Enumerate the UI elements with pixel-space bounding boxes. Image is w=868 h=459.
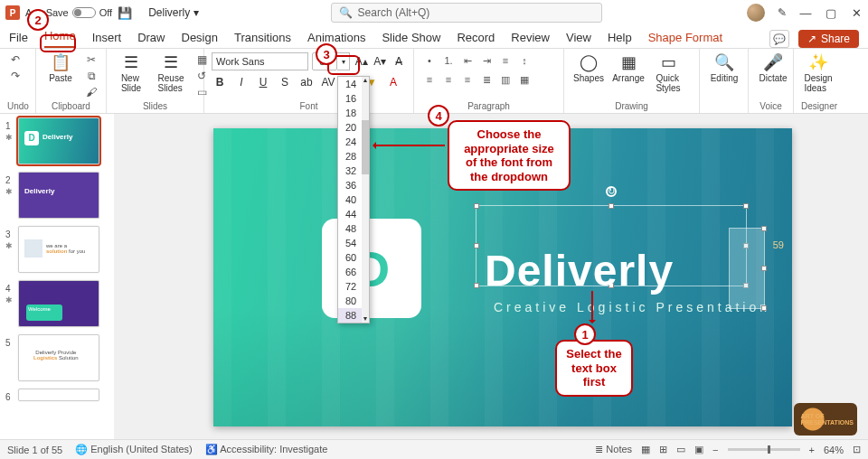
accessibility-indicator[interactable]: ♿ Accessibility: Investigate <box>205 444 328 455</box>
font-size-option[interactable]: 18 <box>338 106 362 120</box>
handle-s[interactable] <box>609 283 614 288</box>
design-ideas-button[interactable]: ✨Design Ideas <box>801 52 835 93</box>
bold-button[interactable]: B <box>212 74 228 90</box>
shape-handle[interactable] <box>761 226 767 231</box>
reuse-slides-button[interactable]: ☰Reuse Slides <box>154 52 188 93</box>
save-icon[interactable]: 💾 <box>118 6 132 20</box>
underline-button[interactable]: U <box>255 74 271 90</box>
autosave-toggle[interactable] <box>72 7 96 18</box>
handle-w[interactable] <box>474 243 479 248</box>
font-size-option[interactable]: 48 <box>338 221 362 236</box>
font-size-option[interactable]: 20 <box>338 120 362 135</box>
tab-view[interactable]: View <box>566 31 591 48</box>
font-size-option[interactable]: 24 <box>338 135 362 149</box>
zoom-slider[interactable] <box>728 448 800 451</box>
tab-design[interactable]: Design <box>182 31 218 48</box>
justify-button[interactable]: ≣ <box>478 71 495 88</box>
handle-nw[interactable] <box>474 203 479 209</box>
thumbnail-3[interactable]: we are asolution for you <box>18 226 99 273</box>
paste-button[interactable]: 📋Paste <box>43 52 78 83</box>
user-avatar[interactable] <box>747 4 765 22</box>
quick-styles-button[interactable]: ▭Quick Styles <box>651 52 685 93</box>
align-center-button[interactable]: ≡ <box>440 71 457 88</box>
font-color-button[interactable]: A <box>385 74 401 90</box>
italic-button[interactable]: I <box>233 74 250 90</box>
close-button[interactable]: ✕ <box>850 6 863 20</box>
shape-handle[interactable] <box>761 305 767 311</box>
document-title[interactable]: Deliverly ▾ <box>148 6 198 19</box>
smartart-button[interactable]: ▦ <box>516 71 533 88</box>
tab-transitions[interactable]: Transitions <box>234 31 291 48</box>
notes-button[interactable]: ≣ Notes <box>595 444 632 455</box>
tab-slideshow[interactable]: Slide Show <box>382 31 440 48</box>
thumbnail-6[interactable] <box>18 389 99 401</box>
font-size-option[interactable]: 14 <box>338 77 362 91</box>
arrange-button[interactable]: ▦Arrange <box>611 52 646 83</box>
font-size-option[interactable]: 72 <box>338 279 362 294</box>
shadow-button[interactable]: ab <box>298 74 315 90</box>
font-size-option[interactable]: 88 <box>338 308 362 323</box>
align-right-button[interactable]: ≡ <box>459 71 476 88</box>
tab-shape-format[interactable]: Shape Format <box>648 31 722 48</box>
font-size-option[interactable]: 60 <box>338 250 362 265</box>
bullets-button[interactable]: • <box>421 52 438 69</box>
handle-n[interactable] <box>609 203 614 209</box>
font-size-option[interactable]: 80 <box>338 294 362 308</box>
tab-help[interactable]: Help <box>608 31 632 48</box>
line-spacing-button[interactable]: ≡ <box>497 52 514 69</box>
font-size-option[interactable]: 28 <box>338 149 362 164</box>
indent-inc-button[interactable]: ⇥ <box>478 52 495 69</box>
font-size-option[interactable]: 16 <box>338 91 362 106</box>
view-normal-button[interactable]: ▦ <box>641 444 650 455</box>
view-slideshow-button[interactable]: ▣ <box>694 444 703 455</box>
thumbnail-1[interactable]: DDeliverly <box>18 117 99 164</box>
font-size-option[interactable]: 66 <box>338 265 362 279</box>
align-left-button[interactable]: ≡ <box>421 71 438 88</box>
indent-dec-button[interactable]: ⇤ <box>459 52 476 69</box>
shape-handle[interactable] <box>761 266 767 271</box>
slide-thumbnails[interactable]: 1✱DDeliverly 2✱Deliverly 3✱we are asolut… <box>0 114 114 439</box>
redo-button[interactable]: ↷ <box>7 69 24 83</box>
view-reading-button[interactable]: ▭ <box>676 444 685 455</box>
side-shape[interactable]: 59 <box>729 228 765 309</box>
tab-file[interactable]: File <box>9 31 28 48</box>
font-size-option[interactable]: 44 <box>338 207 362 221</box>
fit-button[interactable]: ⊡ <box>853 444 861 455</box>
new-slide-button[interactable]: ☰New Slide <box>114 52 148 93</box>
share-button[interactable]: ↗ Share <box>798 30 859 48</box>
tab-review[interactable]: Review <box>511 31 550 48</box>
undo-button[interactable]: ↶ <box>7 52 24 67</box>
lang-indicator[interactable]: 🌐 English (United States) <box>75 444 193 455</box>
zoom-in-button[interactable]: + <box>809 445 815 455</box>
dropdown-scrollbar[interactable]: ▲ ▼ <box>362 77 369 323</box>
minimize-button[interactable]: — <box>799 6 812 20</box>
ribbon-mode-icon[interactable]: ✎ <box>778 6 787 19</box>
rotate-handle[interactable] <box>606 186 617 197</box>
font-size-option[interactable]: 32 <box>338 164 362 178</box>
tab-animations[interactable]: Animations <box>307 31 365 48</box>
text-direction-button[interactable]: ↕ <box>516 52 533 69</box>
zoom-level[interactable]: 64% <box>824 445 844 455</box>
spacing-button[interactable]: AV <box>320 74 336 90</box>
handle-sw[interactable] <box>474 283 479 288</box>
thumbnail-5[interactable]: Deliverly ProvideLogistics Solution <box>18 334 99 381</box>
copy-button[interactable]: ⧉ <box>83 69 99 83</box>
slide-title-text[interactable]: Deliverly <box>485 246 674 295</box>
view-sorter-button[interactable]: ⊞ <box>659 444 667 455</box>
cut-button[interactable]: ✂ <box>83 52 99 67</box>
strike-button[interactable]: S <box>277 74 293 90</box>
numbering-button[interactable]: 1. <box>440 52 457 69</box>
handle-ne[interactable] <box>743 203 749 209</box>
tab-record[interactable]: Record <box>457 31 495 48</box>
tab-draw[interactable]: Draw <box>137 31 165 48</box>
font-size-option[interactable]: 54 <box>338 236 362 250</box>
search-input[interactable]: 🔍 Search (Alt+Q) <box>331 3 602 23</box>
textbox-selection[interactable] <box>476 205 747 286</box>
zoom-out-button[interactable]: − <box>712 445 718 455</box>
decrease-font-button[interactable]: A▾ <box>373 53 388 70</box>
maximize-button[interactable]: ▢ <box>825 6 837 20</box>
clear-format-button[interactable]: A̶ <box>391 53 406 70</box>
tab-insert[interactable]: Insert <box>92 31 122 48</box>
handle-se[interactable] <box>743 283 749 288</box>
font-size-option[interactable]: 40 <box>338 192 362 207</box>
